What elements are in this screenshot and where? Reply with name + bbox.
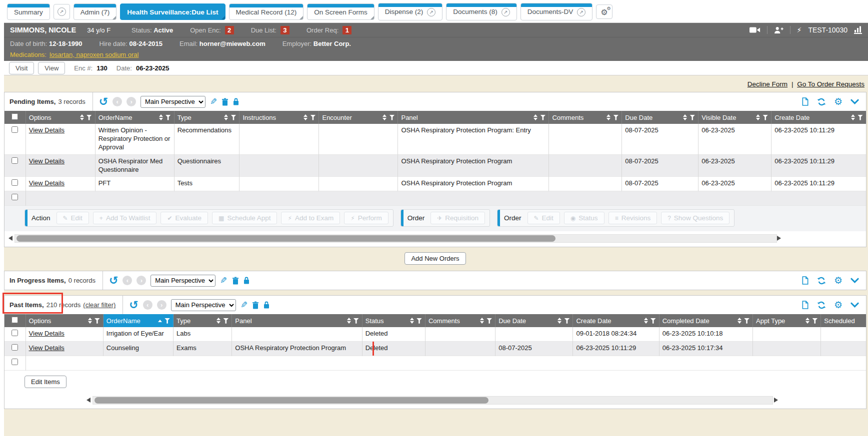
column-header-status[interactable]: Status [362,314,425,327]
pending-perspective-select[interactable]: Main Perspective [140,96,206,108]
column-header-options[interactable]: Options [26,111,95,124]
revisions-button[interactable]: ≡Revisions [608,212,658,224]
column-header-options[interactable]: Options [26,314,103,327]
edit-button[interactable]: ✎Edit [56,212,89,224]
refresh-icon[interactable] [817,276,826,285]
row-checkbox[interactable] [12,194,18,200]
go-to-order-requests-link[interactable]: Go To Order Requests [797,80,864,88]
column-header-type[interactable]: Type [174,111,240,124]
past-perspective-select[interactable]: Main Perspective [171,299,236,311]
panel-settings-gear-icon[interactable]: ⚙ [834,300,842,310]
quick-action-bolt-icon[interactable]: ⚡ [797,26,802,34]
decline-form-link[interactable]: Decline Form [748,80,788,88]
add-new-orders-button[interactable]: Add New Orders [404,252,466,265]
history-back-icon[interactable]: ‹ [112,97,122,106]
edit-perspective-icon[interactable]: ✎ [210,96,217,107]
column-header-panel[interactable]: Panel [398,111,549,124]
column-header-type[interactable]: Type [174,314,232,327]
select-all-checkbox[interactable] [12,113,18,120]
column-header-comments[interactable]: Comments [549,111,622,124]
row-checkbox[interactable] [12,359,18,365]
tab-medical-record[interactable]: Medical Record (12) [229,3,304,20]
export-document-icon[interactable] [802,301,809,309]
in-progress-perspective-select[interactable]: Main Perspective [150,275,216,287]
add-user-icon[interactable] [774,26,784,34]
scroll-right-arrow[interactable] [777,236,781,241]
column-header-panel[interactable]: Panel [232,314,362,327]
scrollbar-thumb[interactable] [94,397,488,404]
tab-on-screen-forms[interactable]: On Screen Forms [307,3,374,20]
tab-health-surveillance-due-list[interactable]: Health Surveillance:Due List [120,3,225,20]
select-all-checkbox[interactable] [12,317,18,323]
scroll-left-arrow[interactable] [8,236,12,241]
undo-icon[interactable]: ↺ [99,96,108,107]
collapse-chevron-icon[interactable] [850,278,859,283]
open-enc-badge[interactable]: 2 [225,26,234,34]
clear-filter-link[interactable]: (clear filter) [83,301,116,309]
perform-button[interactable]: ⚡Perform [344,212,388,224]
tab-documents[interactable]: Documents (8)↗ [446,3,517,20]
scroll-left-arrow[interactable] [86,398,90,403]
view-details-link[interactable]: View Details [29,157,64,165]
past-horizontal-scrollbar[interactable] [8,396,863,405]
export-document-icon[interactable] [802,97,809,106]
view-details-link[interactable]: View Details [29,344,64,352]
delete-perspective-icon[interactable] [232,277,239,285]
tab-dispense[interactable]: Dispense (2)↗ [378,3,443,20]
schedule-appt-button[interactable]: ▦Schedule Appt [212,212,277,224]
tab-admin[interactable]: Admin (7) [74,3,117,20]
row-checkbox[interactable] [12,344,18,351]
history-forward-icon[interactable]: › [157,300,166,310]
undo-icon[interactable]: ↺ [129,300,138,311]
column-header-instructions[interactable]: Instructions [240,111,319,124]
tab-summary-popout-button[interactable]: ↗ [54,4,70,19]
lock-icon[interactable] [233,98,239,105]
column-header-encounter[interactable]: Encounter [319,111,398,124]
row-checkbox[interactable] [12,157,18,164]
column-header-scheduled[interactable]: Scheduled [821,314,866,327]
row-checkbox[interactable] [12,179,18,186]
delete-perspective-icon[interactable] [222,98,228,106]
view-button[interactable]: View [38,62,65,74]
popout-icon[interactable]: ↗ [577,8,586,16]
panel-settings-gear-icon[interactable]: ⚙ [834,276,842,285]
bar-chart-icon[interactable] [854,26,862,34]
column-header-create-date[interactable]: Create Date [772,111,866,124]
view-details-link[interactable]: View Details [29,126,64,134]
tab-settings-button[interactable]: ⚙ ⚙ [596,4,612,19]
panel-settings-gear-icon[interactable]: ⚙ [834,97,842,106]
row-checkbox[interactable] [12,330,18,336]
refresh-icon[interactable] [817,301,826,310]
undo-icon[interactable]: ↺ [109,275,118,286]
refresh-icon[interactable] [817,97,826,106]
row-checkbox[interactable] [12,126,18,133]
video-camera-icon[interactable] [750,26,760,33]
add-to-waitlist-button[interactable]: +Add To Waitlist [93,212,157,224]
show-questions-button[interactable]: ?Show Questions [661,212,730,224]
requisition-button[interactable]: ✈Requisition [430,212,485,224]
scrollbar-thumb[interactable] [16,235,556,242]
add-to-exam-button[interactable]: ⚡Add to Exam [281,212,340,224]
collapse-chevron-icon[interactable] [850,302,859,308]
column-header-visible-date[interactable]: Visible Date [698,111,772,124]
delete-perspective-icon[interactable] [252,301,259,309]
column-header-due-date[interactable]: Due Date [496,314,573,327]
view-details-link[interactable]: View Details [29,330,64,337]
column-header-completed-date[interactable]: Completed Date [659,314,752,327]
medications-list[interactable]: losartan, naproxen sodium oral [50,51,139,58]
history-forward-icon[interactable]: › [136,276,146,285]
history-back-icon[interactable]: ‹ [143,300,152,310]
popout-icon[interactable]: ↗ [502,8,510,16]
visit-button[interactable]: Visit [9,62,34,74]
tab-documents-dv[interactable]: Documents-DV↗ [520,3,593,20]
history-back-icon[interactable]: ‹ [122,276,132,285]
column-header-ordername[interactable]: OrderName [103,314,173,327]
collapse-chevron-icon[interactable] [850,99,859,104]
tab-summary[interactable]: Summary [7,3,50,20]
popout-icon[interactable]: ↗ [427,8,436,16]
scroll-right-arrow[interactable] [774,398,778,403]
order-req-badge[interactable]: 1 [342,26,352,34]
column-header-comments[interactable]: Comments [425,314,495,327]
view-details-link[interactable]: View Details [29,179,64,187]
column-header-appt-type[interactable]: Appt Type [753,314,821,327]
